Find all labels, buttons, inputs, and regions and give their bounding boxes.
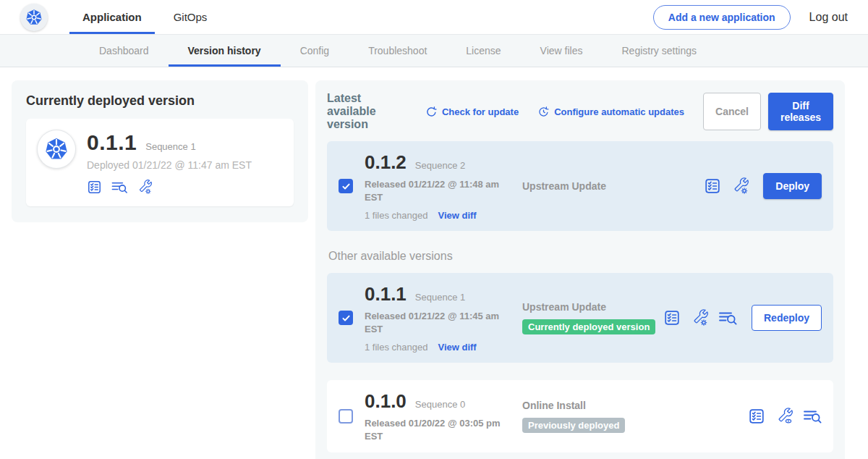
released-timestamp: Released 01/21/22 @ 11:45 am EST: [365, 310, 509, 335]
latest-available-title: Latest available version: [327, 92, 409, 131]
deploy-button[interactable]: Deploy: [763, 173, 822, 199]
version-history-panel: Latest available version Check for updat…: [315, 80, 845, 459]
released-timestamp: Released 01/20/22 @ 03:05 pm EST: [365, 417, 509, 442]
checklist-icon[interactable]: [87, 180, 102, 195]
version-row-0-1-0: 0.1.0 Sequence 0 Released 01/20/22 @ 03:…: [327, 380, 833, 452]
previously-deployed-badge: Previously deployed: [522, 418, 625, 433]
app-subnav: Dashboard Version history Config Trouble…: [0, 35, 868, 67]
deployed-version-card: 0.1.1 Sequence 1 Deployed 01/21/22 @ 11:…: [26, 119, 294, 206]
view-diff-link[interactable]: View diff: [438, 342, 476, 353]
version-row-0-1-1: 0.1.1 Sequence 1 Released 01/21/22 @ 11:…: [327, 273, 833, 363]
top-nav: Application GitOps Add a new application…: [0, 0, 868, 35]
deployed-timestamp: Deployed 01/21/22 @ 11:47 am EST: [87, 159, 252, 171]
wrench-gear-icon[interactable]: [731, 177, 749, 195]
view-diff-link[interactable]: View diff: [438, 210, 476, 221]
checklist-icon[interactable]: [704, 177, 721, 195]
version-source-label: Online Install: [522, 400, 748, 411]
subtab-view-files[interactable]: View files: [521, 35, 603, 67]
subtab-license[interactable]: License: [446, 35, 520, 67]
wrench-eye-icon[interactable]: [775, 408, 793, 425]
logout-button[interactable]: Log out: [809, 11, 848, 24]
files-changed-label: 1 files changed: [365, 210, 427, 221]
check-for-update-link[interactable]: Check for update: [425, 106, 519, 118]
version-number: 0.1.2: [365, 151, 407, 174]
checklist-icon[interactable]: [663, 309, 681, 327]
kubernetes-logo: [38, 130, 75, 168]
lines-magnifier-icon[interactable]: [718, 309, 737, 327]
version-source-label: Upstream Update: [522, 301, 663, 313]
sequence-label: Sequence 0: [415, 399, 465, 410]
configure-auto-updates-link[interactable]: Configure automatic updates: [537, 106, 684, 118]
subtab-troubleshoot[interactable]: Troubleshoot: [349, 35, 446, 67]
lines-magnifier-icon[interactable]: [803, 408, 822, 425]
cancel-button[interactable]: Cancel: [703, 93, 761, 130]
sequence-label: Sequence 1: [415, 292, 465, 303]
checklist-icon[interactable]: [748, 408, 765, 425]
released-timestamp: Released 01/21/22 @ 11:48 am EST: [365, 178, 509, 203]
add-application-button[interactable]: Add a new application: [653, 5, 791, 30]
other-versions-label: Other available versions: [328, 250, 833, 263]
kubernetes-logo: [20, 4, 48, 31]
version-number: 0.1.0: [365, 390, 407, 413]
subtab-version-history[interactable]: Version history: [169, 35, 281, 67]
version-checkbox[interactable]: [339, 409, 353, 424]
version-row-0-1-2: 0.1.2 Sequence 2 Released 01/21/22 @ 11:…: [327, 141, 833, 231]
refresh-icon: [425, 106, 438, 118]
files-changed-label: 1 files changed: [365, 342, 427, 353]
version-number: 0.1.1: [365, 283, 407, 306]
sequence-label: Sequence 2: [415, 160, 465, 171]
deployed-sequence-label: Sequence 1: [145, 141, 195, 152]
app-nav-tabs: Application GitOps: [69, 0, 220, 34]
version-source-label: Upstream Update: [522, 180, 704, 192]
diff-releases-button[interactable]: Diff releases: [768, 93, 833, 130]
auto-update-clock-icon: [537, 106, 550, 118]
wrench-gear-icon[interactable]: [691, 309, 708, 327]
subtab-dashboard[interactable]: Dashboard: [80, 35, 169, 67]
subtab-config[interactable]: Config: [281, 35, 349, 67]
currently-deployed-panel: Currently deployed version 0.1.1 Sequenc…: [12, 80, 308, 222]
main-content: Currently deployed version 0.1.1 Sequenc…: [0, 67, 868, 459]
wrench-gear-icon[interactable]: [137, 180, 152, 195]
deployed-version-number: 0.1.1: [87, 130, 137, 155]
tab-application[interactable]: Application: [69, 0, 155, 34]
currently-deployed-badge: Currently deployed version: [522, 319, 655, 334]
version-checkbox[interactable]: [339, 179, 353, 193]
version-checkbox[interactable]: [339, 311, 353, 325]
redeploy-button[interactable]: Redeploy: [752, 305, 822, 331]
tab-gitops[interactable]: GitOps: [161, 0, 221, 34]
currently-deployed-title: Currently deployed version: [26, 93, 294, 109]
subtab-registry-settings[interactable]: Registry settings: [602, 35, 715, 67]
lines-magnifier-icon[interactable]: [111, 180, 128, 195]
